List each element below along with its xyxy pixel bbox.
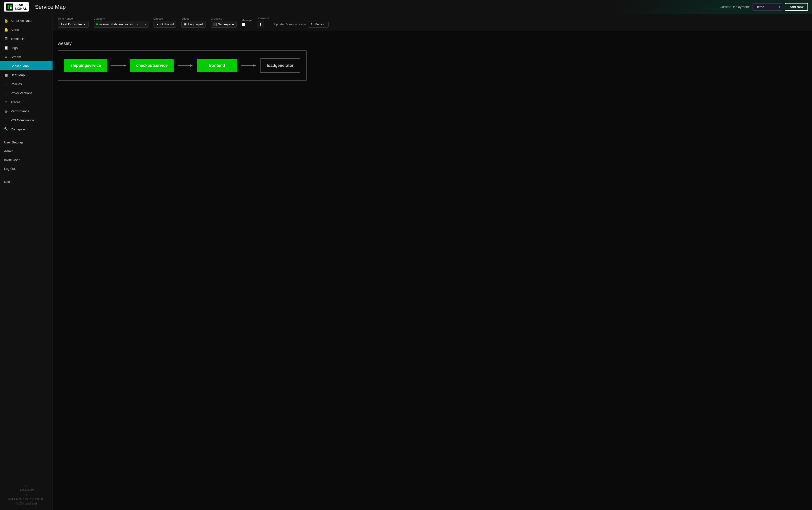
sidebar-label-performance: Performance [10,109,29,113]
configure-icon: 🔧 [4,127,8,131]
pci-icon: ☰ [4,118,8,122]
service-node-shippingservice[interactable]: shippingservice [64,59,107,73]
time-range-group: Time Range Last 15 minutes ▾ [58,17,89,28]
deployment-wrapper: Demo Production Staging ▾ [752,3,782,10]
sidebar-item-logs[interactable]: 📋 Logs [0,43,53,52]
svg-marker-9 [254,64,256,67]
direction-control: ▲ Outbound [153,21,177,28]
svg-marker-7 [190,64,193,67]
category-select-wrapper[interactable]: internal_chd-bank_routing × | ▾ [94,21,148,28]
time-range-control: Last 15 minutes ▾ [58,21,89,28]
category-close-icon[interactable]: × [136,22,139,26]
admin-label: Admin [4,149,13,153]
service-node-label-checkoutservice: checkoutservice [136,63,168,67]
edges-label: Edges [181,17,205,20]
build-info: ⬡ Pages Router ⊙ Built Jun 21, 2024, 2:0… [0,481,53,510]
sidebar-item-user-settings[interactable]: User Settings [0,138,53,147]
category-group: Category internal_chd-bank_routing × | ▾ [94,17,148,28]
grouping-checkbox-icon [213,23,216,26]
sidebar-item-invite-user[interactable]: Invite User [0,155,53,164]
edges-group: Edges ⊞ Ungrouped [181,17,205,28]
sidebar-item-log-out[interactable]: Log Out [0,164,53,173]
invite-user-label: Invite User [4,158,20,162]
direction-value: Outbound [161,23,174,26]
manage-control [242,23,252,26]
main-layout: 🔒 Sensitive Data 🔔 Alerts ☰ Traffic List… [0,14,812,510]
edges-button[interactable]: ⊞ Ungrouped [181,21,205,28]
list-icon: ☰ [4,37,8,41]
svg-rect-2 [7,7,9,9]
download-button[interactable]: ⬇ [257,21,264,28]
service-node-checkoutservice[interactable]: checkoutservice [130,59,174,73]
deployment-select[interactable]: Demo Production Staging [752,3,782,10]
sidebar-item-admin[interactable]: Admin [0,147,53,155]
category-chevron-icon[interactable]: ▾ [145,23,146,26]
bell-icon: 🔔 [4,28,8,32]
direction-button[interactable]: ▲ Outbound [153,21,177,28]
direction-label: Direction [153,17,177,20]
manage-checkbox[interactable] [242,23,245,26]
log-out-label: Log Out [4,167,16,171]
sidebar-item-traffic-list[interactable]: ☰ Traffic List [0,34,53,43]
sidebar-item-stream[interactable]: ≡ Stream [0,52,53,61]
sidebar-item-service-map[interactable]: ⊞ Service Map [0,61,53,70]
download-icon: ⬇ [259,22,262,26]
sidebar-item-sensitive-data[interactable]: 🔒 Sensitive Data [0,16,53,25]
sidebar-divider [0,136,53,136]
traces-icon: ⚠ [4,100,8,104]
arrow-0 [107,63,130,68]
sidebar-item-alerts[interactable]: 🔔 Alerts [0,25,53,34]
stream-icon: ≡ [4,55,8,59]
grouping-button[interactable]: Namespace [211,21,237,28]
sidebar-label-sensitive-data: Sensitive Data [10,19,32,23]
sidebar-item-heat-map[interactable]: ▦ Heat Map [0,70,53,79]
add-new-button[interactable]: Add New [785,3,808,11]
download-label: Download [257,17,269,20]
category-label: Category [94,17,148,20]
sidebar-item-proxy-versions[interactable]: ⊡ Proxy Versions [0,88,53,97]
refresh-label: Refresh [315,23,325,26]
service-node-loadgenerator[interactable]: loadgenerator [260,58,300,73]
logs-icon: 📋 [4,46,8,50]
sidebar-item-performance[interactable]: ◎ Performance [0,107,53,116]
logo-text: LEAK SIGNAL [14,3,27,10]
updated-group: Updated 5 seconds ago ↻ Refresh [274,17,329,28]
deployment-section: Current Deployment: Demo Production Stag… [720,3,808,11]
svg-rect-3 [10,7,11,9]
service-node-label-frontend: frontend [209,63,225,67]
pages-router: ⬡ Pages Router [4,483,49,492]
heat-map-icon: ▦ [4,73,8,77]
edges-control: ⊞ Ungrouped [181,21,205,28]
sidebar-item-configure[interactable]: 🔧 Configure [0,124,53,134]
sidebar-item-pci-compliance[interactable]: ☰ PCI Compliance [0,116,53,124]
service-node-frontend[interactable]: frontend [197,59,237,73]
sidebar-label-service-map: Service Map [10,64,29,68]
svg-rect-1 [10,5,11,7]
time-range-button[interactable]: Last 15 minutes ▾ [58,21,89,28]
download-control: ⬇ [257,21,269,28]
sidebar-item-traces[interactable]: ⚠ Traces [0,97,53,107]
sidebar-item-policies[interactable]: ⊟ Policies [0,79,53,88]
service-map-icon: ⊞ [4,64,8,68]
category-separator: | [141,23,142,26]
deployment-label: Current Deployment: [720,5,750,9]
user-settings-label: User Settings [4,140,24,144]
svg-marker-5 [124,64,126,67]
copyright: © 2024 LeakSignal [4,502,49,506]
sidebar-label-heat-map: Heat Map [10,73,25,77]
refresh-button[interactable]: ↻ Refresh [308,21,329,28]
lock-icon: 🔒 [4,19,8,23]
sidebar-nav: 🔒 Sensitive Data 🔔 Alerts ☰ Traffic List… [0,14,53,481]
sidebar: 🔒 Sensitive Data 🔔 Alerts ☰ Traffic List… [0,14,53,510]
direction-arrow-icon: ▲ [156,23,159,26]
namespace-box: shippingservice checkoutservice [58,50,307,81]
built-info: ⊙ Built Jun 21, 2024, 2:05 PM EDT [4,492,49,502]
updated-label [274,17,329,20]
sidebar-label-configure: Configure [10,128,25,131]
sidebar-item-docs[interactable]: Docs [0,177,53,186]
namespace-group: wesley shippingservice checkoutservice [58,41,807,81]
refresh-icon: ↻ [311,23,314,26]
category-status-dot [96,23,98,25]
sidebar-label-traffic-list: Traffic List [10,37,25,41]
toolbar: Time Range Last 15 minutes ▾ Category in… [53,14,812,31]
